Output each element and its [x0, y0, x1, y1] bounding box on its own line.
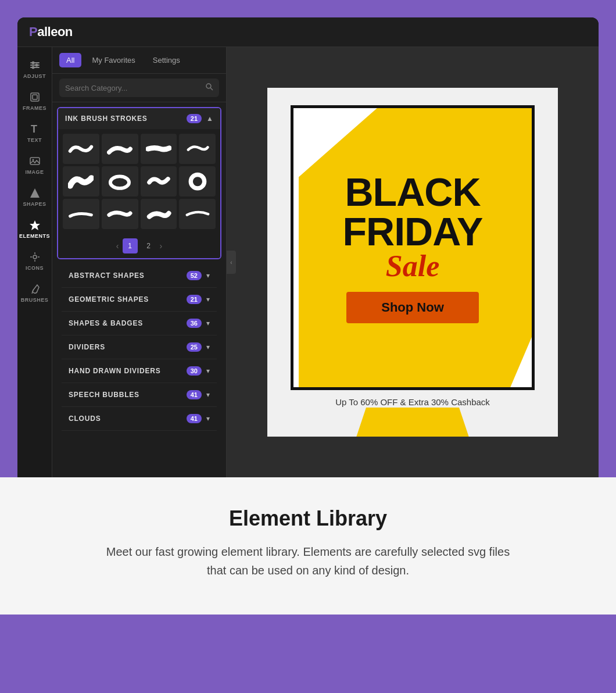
ink-brush-strokes-header[interactable]: INK BRUSH STROKES 21 ▲ — [58, 108, 220, 129]
chevron-down-icon-1: ▾ — [206, 272, 210, 280]
sidebar-item-adjust[interactable]: ADJUST — [17, 53, 52, 85]
brush-item-9[interactable] — [63, 199, 99, 229]
pagination: ‹ 1 2 › — [58, 234, 220, 258]
sidebar-item-elements[interactable]: ELEMENTS — [17, 213, 52, 245]
ink-brush-strokes-section: INK BRUSH STROKES 21 ▲ — [57, 107, 221, 259]
svg-marker-12 — [30, 220, 40, 230]
design-content: BLACK FRIDAY Sale Shop Now — [293, 108, 532, 387]
svg-point-21 — [191, 174, 204, 188]
brush-item-4[interactable] — [179, 134, 216, 164]
shapes-label: SHAPES — [23, 201, 46, 207]
brushes-label: BRUSHES — [21, 297, 49, 303]
brush-item-3[interactable] — [141, 134, 177, 164]
sidebar-item-text[interactable]: T TEXT — [17, 117, 52, 149]
tab-favorites[interactable]: My Favorites — [85, 53, 142, 67]
promo-text: Up To 60% OFF & Extra 30% Cashback — [335, 397, 490, 407]
svg-marker-11 — [30, 188, 40, 198]
sidebar-item-shapes[interactable]: SHAPES — [17, 181, 52, 213]
title-bar: Palleon — [17, 17, 599, 47]
tab-all[interactable]: All — [59, 53, 81, 67]
page-2-button[interactable]: 2 — [141, 238, 156, 253]
abstract-shapes-title: ABSTRACT SHAPES — [69, 272, 145, 280]
bottom-section: Element Library Meet our fast growing el… — [0, 477, 616, 615]
brush-item-7[interactable] — [141, 166, 177, 197]
sidebar-item-image[interactable]: IMAGE — [17, 149, 52, 181]
shapes-badges-count: 36 — [187, 319, 202, 328]
element-library-title: Element Library — [17, 506, 599, 531]
svg-point-18 — [206, 84, 211, 88]
clouds-count: 41 — [187, 414, 202, 423]
svg-point-5 — [31, 66, 34, 69]
shapes-badges-row[interactable]: SHAPES & BADGES 36 ▾ — [62, 312, 217, 335]
shop-now-button[interactable]: Shop Now — [346, 292, 479, 323]
geometric-shapes-title: GEOMETRIC SHAPES — [69, 295, 149, 303]
yellow-tail-decoration — [354, 408, 471, 437]
panel-collapse-handle[interactable]: ‹ — [227, 251, 236, 274]
brush-item-1[interactable] — [63, 134, 99, 164]
panel-content: INK BRUSH STROKES 21 ▲ — [52, 102, 226, 477]
headline-block: BLACK FRIDAY Sale — [343, 172, 483, 281]
elements-panel: All My Favorites Settings — [52, 47, 227, 477]
clouds-row[interactable]: CLOUDS 41 ▾ — [62, 407, 217, 431]
ink-brush-strokes-count: 21 — [187, 114, 202, 123]
chevron-down-icon-5: ▾ — [206, 367, 210, 375]
text-label: TEXT — [27, 137, 42, 143]
speech-bubbles-row[interactable]: SPEECH BUBBLES 41 ▾ — [62, 383, 217, 407]
page-1-button[interactable]: 1 — [123, 238, 138, 253]
svg-point-3 — [31, 62, 34, 65]
icons-icon — [28, 251, 41, 263]
ink-brush-strokes-title: INK BRUSH STROKES — [65, 115, 148, 123]
image-icon — [28, 155, 41, 167]
search-input[interactable] — [65, 84, 200, 92]
prev-page-button[interactable]: ‹ — [116, 241, 119, 251]
geometric-shapes-row[interactable]: GEOMETRIC SHAPES 21 ▾ — [62, 288, 217, 312]
brush-item-2[interactable] — [102, 134, 138, 164]
svg-point-13 — [33, 255, 37, 259]
dividers-row[interactable]: DIVIDERS 25 ▾ — [62, 335, 217, 359]
element-library-description: Meet our fast growing element library. E… — [105, 542, 511, 580]
svg-rect-9 — [30, 158, 40, 165]
brush-item-5[interactable] — [63, 166, 99, 197]
speech-bubbles-title: SPEECH BUBBLES — [69, 391, 139, 399]
sidebar-item-frames[interactable]: FRAMES — [17, 85, 52, 117]
sidebar-item-icons[interactable]: ICONS — [17, 245, 52, 277]
brush-item-12[interactable] — [179, 199, 216, 229]
clouds-title: CLOUDS — [69, 415, 101, 423]
frames-icon — [28, 91, 41, 103]
svg-text:T: T — [31, 123, 37, 135]
tab-settings[interactable]: Settings — [146, 53, 187, 67]
adjust-label: ADJUST — [23, 73, 46, 79]
chevron-down-icon-2: ▾ — [206, 295, 210, 303]
chevron-down-icon-7: ▾ — [206, 415, 210, 423]
svg-rect-1 — [30, 65, 40, 66]
abstract-shapes-row[interactable]: ABSTRACT SHAPES 52 ▾ — [62, 264, 217, 288]
shapes-badges-title: SHAPES & BADGES — [69, 319, 143, 327]
svg-rect-7 — [33, 95, 37, 99]
sidebar-icons: ADJUST FRAMES T — [17, 47, 52, 477]
abstract-shapes-count: 52 — [187, 271, 202, 280]
adjust-icon — [28, 59, 41, 72]
chevron-down-icon-6: ▾ — [206, 391, 210, 399]
brush-strokes-grid — [58, 129, 220, 234]
shapes-icon — [28, 187, 41, 199]
icons-label: ICONS — [26, 265, 44, 271]
chevron-up-icon: ▲ — [206, 115, 213, 123]
brush-item-10[interactable] — [102, 199, 138, 229]
headline-black: BLACK — [343, 172, 483, 212]
next-page-button[interactable]: › — [160, 241, 163, 251]
brush-item-8[interactable] — [179, 166, 216, 197]
hand-drawn-dividers-count: 30 — [187, 366, 202, 376]
brush-item-6[interactable] — [102, 166, 138, 197]
hand-drawn-dividers-title: HAND DRAWN DIVIDERS — [69, 367, 161, 375]
search-icon — [205, 83, 213, 93]
sidebar-item-brushes[interactable]: BRUSHES — [17, 277, 52, 309]
speech-bubbles-count: 41 — [187, 390, 202, 399]
geometric-shapes-count: 21 — [187, 295, 202, 304]
svg-line-19 — [210, 88, 213, 90]
headline-friday: FRIDAY — [343, 212, 483, 251]
svg-rect-0 — [30, 62, 40, 63]
dividers-title: DIVIDERS — [69, 343, 105, 351]
hand-drawn-dividers-row[interactable]: HAND DRAWN DIVIDERS 30 ▾ — [62, 359, 217, 383]
chevron-down-icon-3: ▾ — [206, 319, 210, 327]
brush-item-11[interactable] — [141, 199, 177, 229]
